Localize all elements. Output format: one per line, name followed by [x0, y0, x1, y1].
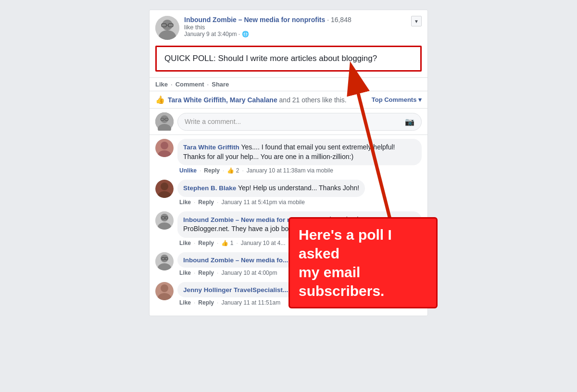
comment-time: January 10 at 4...	[241, 240, 286, 246]
comment-body: Stephen B. Blake Yep! Help us understand…	[177, 180, 422, 206]
comment-bubble: Stephen B. Blake Yep! Help us understand…	[177, 180, 365, 197]
comment-text: Yep! Help us understand... Thanks John!	[238, 184, 359, 192]
comment-row: Tara White Griffith Yes.... I found that…	[155, 139, 422, 174]
comment-author[interactable]: Jenny Hollinger TravelSpecialist...	[183, 286, 288, 294]
comment-body: Tara White Griffith Yes.... I found that…	[177, 139, 422, 174]
comment-actions: Like · Reply · January 11 at 5:41pm via …	[177, 197, 422, 206]
comment-author[interactable]: Stephen B. Blake	[183, 184, 236, 192]
reply-link[interactable]: Reply	[198, 240, 214, 246]
comment-time: January 11 at 5:41pm via mobile	[221, 199, 304, 206]
likes-names[interactable]: Tara White Griffith, Mary Cahalane	[168, 96, 277, 104]
thumbs-up-icon: 👍	[155, 95, 165, 104]
post-dropdown-button[interactable]: ▼	[411, 16, 422, 26]
comment-input-row: Write a comment... 📷	[150, 109, 427, 135]
likes-text-row: 👍 Tara White Griffith, Mary Cahalane and…	[155, 95, 347, 104]
comment-time: January 11 at 11:51am	[221, 299, 280, 306]
comment-time: January 10 at 11:38am via mobile	[247, 167, 333, 174]
comment-author[interactable]: Inbound Zombie – New media fo...	[183, 257, 288, 264]
page-wrapper: Inbound Zombie – New media for nonprofit…	[149, 10, 428, 316]
camera-icon: 📷	[405, 117, 414, 126]
page-avatar	[155, 16, 179, 40]
annotation-box: Here's a poll I askedmy email subscriber…	[288, 217, 438, 308]
reply-link[interactable]: Reply	[204, 167, 220, 174]
share-action[interactable]: Share	[212, 81, 229, 88]
like-link[interactable]: Like	[179, 199, 191, 206]
commenter-avatar	[155, 139, 174, 157]
comment-time: January 10 at 4:00pm	[221, 270, 277, 276]
annotation-text: Here's a poll I askedmy email subscriber…	[299, 227, 392, 299]
like-action[interactable]: Like	[155, 81, 168, 88]
comment-like-count: 👍 2	[227, 167, 239, 174]
poll-text: QUICK POLL: Should I write more articles…	[164, 54, 377, 63]
commenter-avatar	[155, 180, 174, 198]
comment-row: Stephen B. Blake Yep! Help us understand…	[155, 180, 422, 206]
svg-point-16	[161, 183, 168, 190]
svg-point-13	[161, 142, 168, 149]
like-link[interactable]: Like	[179, 240, 191, 246]
comment-placeholder: Write a comment...	[185, 118, 241, 125]
commenter-avatar	[155, 252, 174, 270]
action-bar: Like · Comment · Share	[150, 77, 427, 91]
comment-like-count: 👍 1	[221, 240, 233, 246]
page-name[interactable]: Inbound Zombie – New media for nonprofit…	[184, 16, 325, 24]
comment-bubble: Tara White Griffith Yes.... I found that…	[177, 139, 422, 165]
reply-link[interactable]: Reply	[198, 299, 214, 306]
like-line: like this	[184, 24, 422, 31]
comment-bubble: Inbound Zombie – New media fo...	[177, 252, 294, 268]
svg-point-30	[161, 284, 168, 292]
post-time: January 9 at 3:40pm · 🌐	[184, 31, 422, 37]
like-link[interactable]: Like	[179, 299, 191, 306]
poll-box: QUICK POLL: Should I write more articles…	[155, 46, 422, 72]
comment-bubble: Jenny Hollinger TravelSpecialist...	[177, 282, 294, 297]
commenter-avatar	[155, 282, 174, 300]
likes-bar: 👍 Tara White Griffith, Mary Cahalane and…	[150, 91, 427, 109]
commenter-avatar	[155, 211, 174, 230]
reply-link[interactable]: Reply	[198, 270, 214, 276]
post-header: Inbound Zombie – New media for nonprofit…	[150, 10, 427, 44]
top-comments-button[interactable]: Top Comments ▾	[372, 96, 422, 103]
reply-link[interactable]: Reply	[198, 199, 214, 206]
current-user-avatar	[155, 112, 174, 131]
comment-author[interactable]: Tara White Griffith	[183, 144, 239, 151]
globe-icon: 🌐	[242, 31, 249, 37]
likes-others: and 21 others	[279, 96, 321, 104]
like-link[interactable]: Like	[179, 270, 191, 276]
comment-input-box[interactable]: Write a comment... 📷	[177, 113, 422, 131]
likes-suffix: like this.	[322, 96, 347, 104]
post-header-info: Inbound Zombie – New media for nonprofit…	[184, 16, 422, 37]
unlike-link[interactable]: Unlike	[179, 167, 197, 174]
comment-actions: Unlike · Reply · 👍 2 · January 10 at 11:…	[177, 165, 422, 174]
likes-count: · 16,848	[327, 16, 351, 24]
comment-action[interactable]: Comment	[176, 81, 204, 88]
